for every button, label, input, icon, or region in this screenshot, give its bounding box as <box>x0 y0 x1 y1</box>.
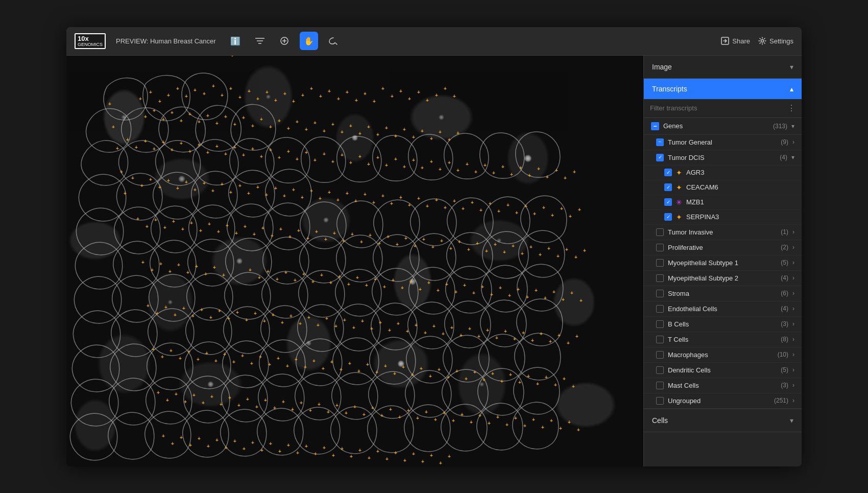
check-icon: ✓ <box>666 170 670 175</box>
myoepithelial-1-chevron-icon: › <box>792 259 794 266</box>
myoepithelial-1-checkbox[interactable] <box>656 259 664 267</box>
gene-group-b-cells[interactable]: B Cells (3) › <box>644 317 802 332</box>
endothelial-label: Endothelial Cells <box>668 305 777 313</box>
proliferative-checkbox[interactable] <box>656 244 664 251</box>
logo-sub: GENOMICS <box>78 42 103 47</box>
filter-input[interactable] <box>650 104 784 112</box>
mast-cells-checkbox[interactable] <box>656 382 664 389</box>
mzb1-checkbox[interactable]: ✓ <box>664 198 672 206</box>
gene-group-proliferative[interactable]: Proliferative (2) › <box>644 240 802 255</box>
genes-count: (313) <box>773 123 787 130</box>
image-section-header[interactable]: Image ▾ <box>644 56 802 79</box>
gene-group-myoepithelial-2[interactable]: Myoepithelial Subtype 2 (4) › <box>644 271 802 286</box>
ceacam6-checkbox[interactable]: ✓ <box>664 183 672 191</box>
gene-group-tumor-invasive[interactable]: Tumor Invasive (1) › <box>644 225 802 240</box>
gene-item-agr3[interactable]: ✓ ✦ AGR3 <box>644 166 802 180</box>
b-cells-label: B Cells <box>668 320 777 328</box>
check-icon: ✓ <box>666 200 670 205</box>
partial-icon: − <box>659 139 662 145</box>
gene-item-mzb1[interactable]: ✓ ✳ MZB1 <box>644 195 802 210</box>
image-section-title: Image <box>652 63 672 71</box>
app-container: 10x GENOMICS PREVIEW: Human Breast Cance… <box>66 27 802 466</box>
myoepithelial-2-checkbox[interactable] <box>656 274 664 282</box>
check-icon: ✓ <box>658 155 662 160</box>
t-cells-count: (8) <box>781 336 788 343</box>
tumor-invasive-checkbox[interactable] <box>656 228 664 236</box>
lasso-button[interactable] <box>324 32 343 50</box>
cells-section-header[interactable]: Cells ▾ <box>644 409 802 432</box>
b-cells-count: (3) <box>781 320 788 327</box>
genes-row[interactable]: − Genes (313) ▾ <box>644 118 802 135</box>
stroma-label: Stroma <box>668 290 777 297</box>
add-point-button[interactable] <box>275 32 294 50</box>
gene-group-dendritic[interactable]: Dendritic Cells (5) › <box>644 363 802 378</box>
svg-point-7 <box>761 40 764 42</box>
endothelial-count: (4) <box>781 305 788 312</box>
proliferative-count: (2) <box>781 244 788 251</box>
tumor-dcis-checkbox[interactable]: ✓ <box>656 154 664 161</box>
tumor-dcis-count: (4) <box>780 154 787 161</box>
gene-group-tumor-general[interactable]: − Tumor General (9) › <box>644 135 802 150</box>
agr3-label: AGR3 <box>686 169 794 176</box>
filter-menu-button[interactable]: ⋮ <box>787 104 795 112</box>
myoepithelial-2-count: (4) <box>781 274 788 281</box>
transcripts-section-header[interactable]: Transcripts ▴ <box>644 79 802 99</box>
endothelial-checkbox[interactable] <box>656 305 664 313</box>
tumor-invasive-label: Tumor Invasive <box>668 228 777 236</box>
gene-item-ceacam6[interactable]: ✓ ✦ CEACAM6 <box>644 180 802 195</box>
stroma-count: (6) <box>781 290 788 297</box>
macrophages-label: Macrophages <box>668 351 774 359</box>
ungrouped-checkbox[interactable] <box>656 397 664 405</box>
topbar: 10x GENOMICS PREVIEW: Human Breast Cance… <box>66 27 802 56</box>
hand-tool-button[interactable]: ✋ <box>300 32 318 50</box>
microscope-image: +++ +++ +++ +++ +++ +++ +++ +++ +++ +++ … <box>66 56 643 466</box>
gene-item-serpina3[interactable]: ✓ ✦ SERPINA3 <box>644 210 802 225</box>
logo: 10x GENOMICS <box>75 33 106 49</box>
dendritic-checkbox[interactable] <box>656 366 664 374</box>
stroma-chevron-icon: › <box>792 290 794 297</box>
settings-button[interactable]: Settings <box>758 37 793 45</box>
info-button[interactable]: ℹ️ <box>226 32 245 50</box>
gene-group-endothelial[interactable]: Endothelial Cells (4) › <box>644 301 802 317</box>
check-icon: ✓ <box>666 185 670 190</box>
proliferative-label: Proliferative <box>668 244 777 251</box>
cells-section-title: Cells <box>652 416 668 425</box>
ceacam6-color-icon: ✦ <box>676 183 682 192</box>
right-panel: Image ▾ Transcripts ▴ ⋮ − Genes (313) ▾ <box>643 56 802 466</box>
canvas-area[interactable]: +++ +++ +++ +++ +++ +++ +++ +++ +++ +++ … <box>66 56 643 466</box>
gene-group-mast-cells[interactable]: Mast Cells (3) › <box>644 378 802 393</box>
tumor-dcis-label: Tumor DCIS <box>668 154 776 161</box>
gene-group-stroma[interactable]: Stroma (6) › <box>644 286 802 301</box>
logo-box: 10x GENOMICS <box>75 33 106 49</box>
mast-cells-count: (3) <box>781 382 788 389</box>
dendritic-label: Dendritic Cells <box>668 366 777 374</box>
macrophages-chevron-icon: › <box>792 351 794 358</box>
gene-group-macrophages[interactable]: Macrophages (10) › <box>644 347 802 363</box>
gene-group-myoepithelial-1[interactable]: Myoepithelial Subtype 1 (5) › <box>644 255 802 271</box>
t-cells-checkbox[interactable] <box>656 336 664 343</box>
tumor-invasive-count: (1) <box>781 228 788 236</box>
myoepithelial-1-count: (5) <box>781 259 788 266</box>
macrophages-checkbox[interactable] <box>656 351 664 359</box>
share-button[interactable]: Share <box>721 37 750 45</box>
filter-button[interactable] <box>251 32 269 50</box>
agr3-color-icon: ✦ <box>676 169 682 177</box>
b-cells-checkbox[interactable] <box>656 320 664 328</box>
gene-group-ungrouped[interactable]: Ungrouped (251) › <box>644 393 802 409</box>
agr3-checkbox[interactable]: ✓ <box>664 169 672 176</box>
tumor-general-chevron-icon: › <box>792 138 794 146</box>
myoepithelial-2-label: Myoepithelial Subtype 2 <box>668 274 777 282</box>
stroma-checkbox[interactable] <box>656 290 664 297</box>
transcripts-title: Transcripts <box>652 85 687 93</box>
gene-group-t-cells[interactable]: T Cells (8) › <box>644 332 802 347</box>
mzb1-color-icon: ✳ <box>676 198 682 206</box>
tumor-general-checkbox[interactable]: − <box>656 138 664 146</box>
gene-group-tumor-dcis[interactable]: ✓ Tumor DCIS (4) ▾ <box>644 150 802 166</box>
ceacam6-label: CEACAM6 <box>686 183 794 191</box>
proliferative-chevron-icon: › <box>792 244 794 251</box>
logo-text: 10x <box>78 35 103 42</box>
b-cells-chevron-icon: › <box>792 320 794 327</box>
serpina3-checkbox[interactable]: ✓ <box>664 213 672 221</box>
dendritic-chevron-icon: › <box>792 366 794 373</box>
tumor-dcis-chevron-icon: ▾ <box>791 154 794 161</box>
